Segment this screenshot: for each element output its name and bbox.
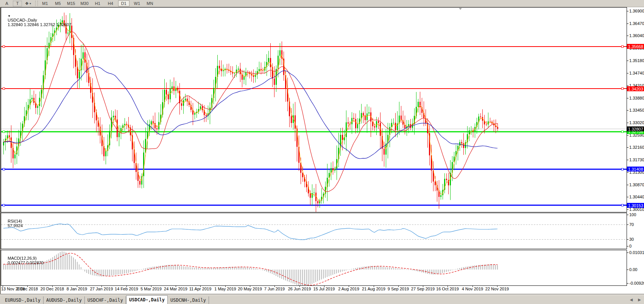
symbol-tab-usdcnh[interactable]: USDCNH-,Daily xyxy=(168,296,209,304)
date-axis-label: 9 Sep 2019 xyxy=(388,287,409,291)
price-tick-label: 1.36470 xyxy=(629,21,644,26)
date-axis-label: 16 Oct 2019 xyxy=(436,287,459,291)
hline-price-label: 1.35668 xyxy=(627,44,644,49)
tab-scroll-right-icon[interactable]: ▶ xyxy=(638,298,641,302)
main-price-chart[interactable] xyxy=(1,7,627,212)
date-axis-label: 27 Sep 2019 xyxy=(411,287,435,291)
date-axis-label: 27 Jan 2019 xyxy=(90,287,113,291)
price-tick-label: 1.30440 xyxy=(629,195,644,199)
axis-tick-mark xyxy=(627,209,628,210)
rsi-indicator-pane[interactable] xyxy=(1,213,627,249)
hline-price-label: 1.34203 xyxy=(627,86,644,91)
timeframe-button-w1[interactable]: W1 xyxy=(132,0,142,6)
price-tick-label: 1.36040 xyxy=(629,33,644,38)
price-tick-label: 1.33020 xyxy=(629,120,644,125)
chart-title: ▼ USDCAD-,Daily 1.32840 1.32846 1.32762 … xyxy=(3,9,71,31)
date-axis-label: 2 Dec 2018 xyxy=(17,287,38,291)
symbol-tab-usdchf[interactable]: USDCHF-,Daily xyxy=(85,296,126,304)
chevron-down-icon: ▾ xyxy=(30,2,31,5)
axis-tick-mark xyxy=(627,246,628,246)
timeframe-button-h4[interactable]: H4 xyxy=(105,0,116,6)
rsi-tick-label: 70 xyxy=(629,222,634,227)
axis-tick-mark xyxy=(627,11,628,11)
axis-tick-mark xyxy=(627,160,628,160)
timeframe-button-m1[interactable]: M1 xyxy=(40,0,50,6)
date-axis-label: 24 Mar 2019 xyxy=(164,287,187,291)
macd-pane-title: MACD(12,26,9) 0.002477 0.002870 xyxy=(3,251,44,270)
trading-platform-window: A T ❖ ▾ M1M5M15M30H1H4D1W1MN ▼ USDCAD-,D… xyxy=(0,0,644,304)
price-tick-label: 1.30870 xyxy=(629,182,644,187)
date-axis-label: 14 Feb 2019 xyxy=(115,287,138,291)
chart-symbol-label: USDCAD-,Daily xyxy=(8,18,37,22)
date-axis-label: 26 Jun 2019 xyxy=(288,287,311,291)
symbol-tab-audusd[interactable]: AUDUSD-,Daily xyxy=(44,296,85,304)
label-tool-button[interactable]: A xyxy=(2,0,12,6)
macd-tick-label: -0.009203 xyxy=(629,281,644,285)
current-price-label: 1.32807 xyxy=(627,126,644,131)
date-axis-label: 5 Mar 2019 xyxy=(140,287,162,291)
axis-tick-mark xyxy=(627,110,628,111)
price-tick-label: 1.35180 xyxy=(629,58,644,63)
timeframe-button-m5[interactable]: M5 xyxy=(53,0,63,6)
chart-ohlc-values: 1.32840 1.32846 1.32762 1.32807 xyxy=(8,22,71,27)
axis-tick-mark xyxy=(627,147,628,148)
toolbar-separator xyxy=(35,1,38,6)
rsi-tick-label: 100 xyxy=(629,212,636,217)
date-axis-label: 15 Jul 2019 xyxy=(313,287,335,291)
macd-tick-label: 0.00 xyxy=(629,267,637,272)
axis-tick-mark xyxy=(627,172,628,173)
price-tick-label: 1.34740 xyxy=(629,71,644,75)
timeframe-button-m30[interactable]: M30 xyxy=(79,0,90,6)
axis-tick-mark xyxy=(627,98,628,98)
axis-tick-mark xyxy=(627,86,628,86)
date-axis-label: 21 Aug 2019 xyxy=(362,287,385,291)
hline-price-label: 1.31408 xyxy=(627,167,644,171)
axis-tick-mark xyxy=(627,36,628,36)
date-axis-label: 2 Aug 2019 xyxy=(338,287,359,291)
hline-price-label: 1.30153 xyxy=(627,203,644,208)
axis-tick-mark xyxy=(627,73,628,73)
price-tick-label: 1.33450 xyxy=(629,108,644,112)
symbol-tab-eurusd[interactable]: EURUSD-,Daily xyxy=(2,296,44,304)
timeframe-button-group: M1M5M15M30H1H4D1W1MN xyxy=(40,0,155,6)
axis-tick-mark xyxy=(627,135,628,136)
axis-tick-mark xyxy=(627,253,628,253)
date-axis-label: 11 Apr 2019 xyxy=(189,287,212,291)
macd-tick-label: 0.010311 xyxy=(629,250,644,255)
symbol-tab-bar: EURUSD-,DailyAUDUSD-,DailyUSDCHF-,DailyU… xyxy=(0,295,644,304)
timeframe-button-d1[interactable]: D1 xyxy=(118,0,129,6)
tab-scroll-buttons: ◀ ▶ xyxy=(630,298,641,302)
collapse-arrow-icon[interactable]: ▼ xyxy=(8,14,11,18)
axis-tick-mark xyxy=(627,123,628,123)
rsi-pane-title: RSI(14) 57.9924 xyxy=(3,214,23,232)
axis-tick-mark xyxy=(627,23,628,24)
rsi-tick-label: 30 xyxy=(629,237,634,242)
text-tool-button[interactable]: T xyxy=(13,1,22,6)
axis-tick-mark xyxy=(627,197,628,197)
symbol-tab-usdcad[interactable]: USDCAD-,Daily xyxy=(126,295,168,304)
chart-shift-marker-icon[interactable] xyxy=(459,8,462,10)
axis-tick-mark xyxy=(627,239,628,240)
date-axis-label: 8 Jan 2019 xyxy=(67,287,87,291)
timeframe-button-mn[interactable]: MN xyxy=(145,0,155,6)
axis-tick-mark xyxy=(627,270,628,270)
price-tick-label: 1.36900 xyxy=(629,9,644,13)
macd-indicator-pane[interactable] xyxy=(1,250,627,286)
axis-tick-mark xyxy=(627,61,628,61)
tab-scroll-left-icon[interactable]: ◀ xyxy=(630,298,633,302)
date-axis-label: 4 Nov 2019 xyxy=(462,287,483,291)
date-axis-label: 22 Nov 2019 xyxy=(485,287,509,291)
date-axis-label: 7 Jun 2019 xyxy=(264,287,285,291)
price-tick-label: 1.32160 xyxy=(629,145,644,150)
axis-tick-mark xyxy=(627,185,628,185)
axis-tick-mark xyxy=(627,224,628,225)
draw-tools-icon: ❖ xyxy=(25,1,29,6)
draw-tools-button[interactable]: ❖ ▾ xyxy=(23,0,33,6)
timeframe-button-m15[interactable]: M15 xyxy=(65,0,76,6)
date-axis-label: 20 May 2019 xyxy=(238,287,262,291)
date-axis-label: 1 May 2019 xyxy=(214,287,236,291)
timeframe-button-h1[interactable]: H1 xyxy=(92,0,103,6)
price-tick-label: 1.31730 xyxy=(629,157,644,162)
toolbar: A T ❖ ▾ M1M5M15M30H1H4D1W1MN xyxy=(0,0,644,7)
rsi-tick-label: 0 xyxy=(629,244,632,248)
